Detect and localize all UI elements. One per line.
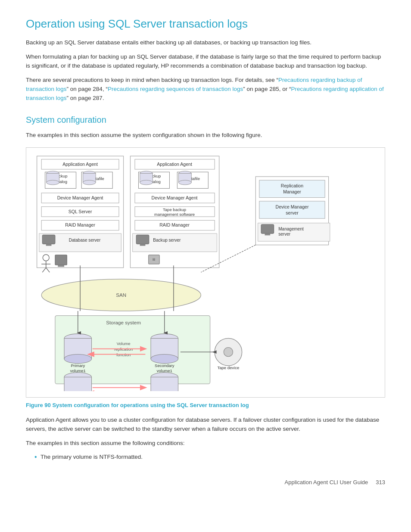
link2-suffix: ” on page 285, or “	[243, 86, 291, 92]
svg-text:Primary: Primary	[71, 364, 85, 368]
section-intro: The examples in this section assume the …	[26, 131, 385, 140]
svg-text:Backup server: Backup server	[153, 238, 181, 243]
svg-text:Storage system: Storage system	[106, 320, 141, 325]
svg-text:Device Manager: Device Manager	[276, 204, 309, 209]
svg-line-27	[42, 268, 46, 273]
svg-rect-66	[261, 224, 274, 233]
svg-text:management software: management software	[154, 212, 195, 217]
svg-text:Application Agent: Application Agent	[62, 162, 98, 167]
svg-rect-97	[151, 377, 178, 391]
svg-point-76	[64, 355, 91, 364]
diagram-svg: Application Agent Backup catalog Metafil…	[32, 154, 379, 391]
svg-point-8	[47, 180, 59, 185]
svg-text:Tape backup: Tape backup	[163, 208, 186, 212]
svg-text:volume1: volume1	[70, 368, 86, 373]
intro-para3: There are several precautions to keep in…	[26, 76, 385, 103]
section-heading-system-config: System configuration	[26, 115, 385, 125]
svg-text:Management: Management	[278, 227, 304, 231]
para3-before: There are several precautions to keep in…	[26, 77, 278, 83]
svg-text:volume1: volume1	[157, 368, 172, 373]
svg-point-44	[179, 180, 192, 185]
page-title: Operation using SQL Server transaction l…	[26, 17, 385, 31]
bullet-item-1: The primary volume is NTFS-formatted.	[34, 453, 385, 462]
svg-point-86	[151, 355, 178, 364]
svg-rect-54	[140, 244, 146, 246]
svg-text:Device Manager Agent: Device Manager Agent	[152, 195, 198, 200]
svg-text:server: server	[278, 232, 291, 237]
svg-rect-21	[42, 235, 55, 244]
svg-text:Secondary: Secondary	[155, 364, 174, 368]
svg-rect-90	[64, 377, 91, 391]
after-diagram-para1: Application Agent allows you to use a cl…	[26, 416, 385, 434]
figure-caption: Figure 90 System configuration for opera…	[26, 401, 385, 410]
svg-point-39	[140, 180, 153, 185]
svg-point-13	[83, 180, 96, 185]
svg-text:Tape device: Tape device	[217, 366, 239, 370]
svg-rect-67	[265, 234, 271, 236]
svg-text:Volume: Volume	[117, 342, 131, 346]
link3-suffix: ” on page 287.	[67, 95, 104, 101]
svg-rect-29	[55, 255, 67, 265]
link-sequence-precautions[interactable]: Precautions regarding sequences of trans…	[108, 86, 243, 92]
page-number: 313	[376, 479, 385, 485]
svg-text:SQL Server: SQL Server	[68, 209, 92, 214]
svg-text:☒: ☒	[153, 258, 155, 261]
conditions-list: The primary volume is NTFS-formatted.	[34, 453, 385, 462]
svg-text:RAID Manager: RAID Manager	[159, 223, 190, 228]
svg-point-102	[224, 348, 233, 357]
intro-para2: When formulating a plan for backing up a…	[26, 53, 385, 71]
svg-text:SAN: SAN	[116, 292, 126, 298]
svg-text:Application Agent: Application Agent	[157, 162, 192, 167]
intro-para1: Backing up an SQL Server database entail…	[26, 38, 385, 47]
system-diagram: Application Agent Backup catalog Metafil…	[26, 147, 385, 397]
svg-text:Database server: Database server	[69, 238, 101, 243]
after-diagram-para2: The examples in this section assume the …	[26, 439, 385, 448]
page-footer: Application Agent CLI User Guide 313	[26, 479, 385, 485]
svg-rect-30	[58, 265, 64, 267]
svg-line-28	[46, 268, 50, 273]
link1-suffix: ” on page 284, “	[67, 86, 108, 92]
svg-text:Replication: Replication	[281, 184, 303, 189]
svg-text:Manager: Manager	[283, 189, 301, 194]
footer-text: Application Agent CLI User Guide	[285, 479, 368, 485]
svg-text:RAID Manager: RAID Manager	[65, 223, 95, 228]
svg-text:server: server	[286, 210, 299, 215]
svg-rect-22	[46, 244, 52, 246]
svg-rect-53	[136, 235, 149, 244]
svg-text:Device Manager Agent: Device Manager Agent	[57, 195, 103, 200]
